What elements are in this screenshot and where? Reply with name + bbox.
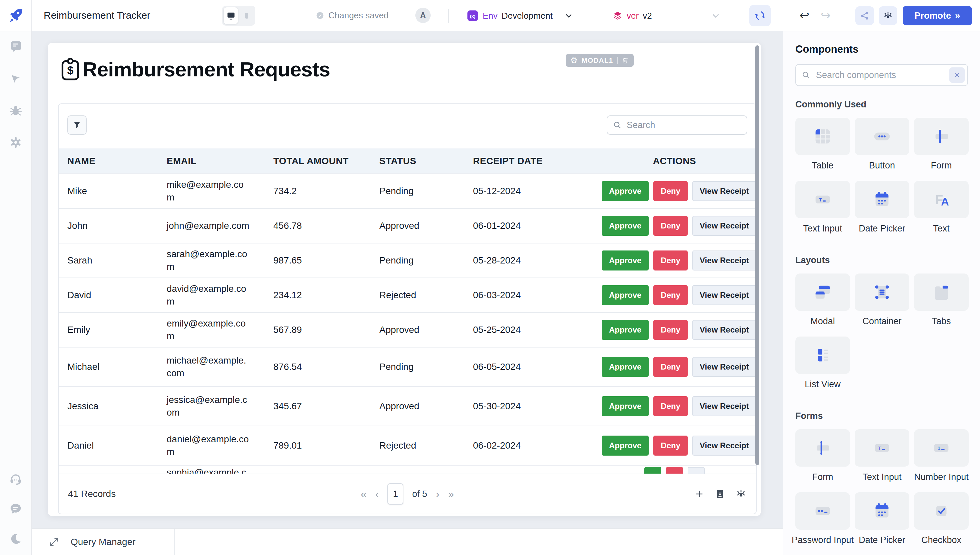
table-search-input[interactable] xyxy=(607,115,747,135)
clear-search-button[interactable]: × xyxy=(949,67,965,83)
first-page-button[interactable]: « xyxy=(361,488,367,500)
table-row[interactable]: Daniel daniel@example.com 789.01 Rejecte… xyxy=(59,425,756,465)
sidebar-item-chat[interactable] xyxy=(8,501,23,516)
component-item-button[interactable]: Button xyxy=(855,118,909,171)
deny-button[interactable]: Deny xyxy=(653,357,687,377)
promote-button[interactable]: Promote» xyxy=(903,6,972,25)
device-toggle[interactable] xyxy=(222,6,255,26)
approve-button[interactable]: Approve xyxy=(602,396,649,416)
deny-button[interactable]: Deny xyxy=(653,250,687,271)
component-item-container[interactable]: Container xyxy=(855,274,909,327)
column-header[interactable]: RECEIPT DATE xyxy=(464,156,593,167)
approve-button[interactable]: Approve xyxy=(602,320,649,340)
filter-button[interactable] xyxy=(67,115,87,135)
view-receipt-button[interactable]: View Receipt xyxy=(692,285,756,305)
component-label: List View xyxy=(805,379,841,390)
approve-button[interactable]: Approve xyxy=(602,357,649,377)
prev-page-button[interactable]: ‹ xyxy=(375,488,379,500)
deny-button[interactable]: Deny xyxy=(653,436,687,456)
column-header[interactable]: TOTAL AMOUNT xyxy=(265,156,371,167)
table-row[interactable]: John john@example.com 456.78 Approved 06… xyxy=(59,208,756,243)
table-row[interactable]: David david@example.com 234.12 Rejected … xyxy=(59,278,756,312)
component-item-checkbox[interactable]: Checkbox xyxy=(914,492,969,545)
undo-button[interactable]: ↩ xyxy=(799,9,809,21)
column-visibility-button[interactable] xyxy=(735,488,747,500)
deny-button[interactable]: Deny xyxy=(653,320,687,340)
approve-button[interactable] xyxy=(644,467,661,473)
last-page-button[interactable]: » xyxy=(448,488,454,500)
table-row[interactable]: Emily emily@example.com 567.89 Approved … xyxy=(59,312,756,347)
approve-button[interactable]: Approve xyxy=(602,250,649,271)
environment-selector[interactable]: (x) Env Development xyxy=(467,0,573,31)
avatar[interactable]: A xyxy=(415,8,431,23)
download-data-button[interactable] xyxy=(715,489,725,499)
svg-text:$: $ xyxy=(67,64,74,76)
component-item-text[interactable]: FA Text xyxy=(914,181,969,234)
add-row-button[interactable] xyxy=(694,489,705,499)
table-row[interactable]: Sarah sarah@example.com 987.65 Pending 0… xyxy=(59,243,756,278)
query-manager-toggle[interactable]: Query Manager xyxy=(32,537,136,547)
table-row[interactable]: Jessica jessica@example.com 345.67 Appro… xyxy=(59,386,756,425)
component-item-list-view[interactable]: List View xyxy=(795,337,850,390)
component-item-password-input[interactable]: Password Input xyxy=(795,492,850,545)
table-row[interactable]: Michael michael@example.com 876.54 Pendi… xyxy=(59,347,756,386)
column-header[interactable]: EMAIL xyxy=(158,156,265,167)
deny-button[interactable]: Deny xyxy=(653,181,687,201)
deny-button[interactable]: Deny xyxy=(653,396,687,416)
sidebar-item-debugger[interactable] xyxy=(8,103,23,118)
approve-button[interactable]: Approve xyxy=(602,181,649,201)
sidebar-item-pages[interactable] xyxy=(8,39,23,54)
component-item-modal[interactable]: Modal xyxy=(795,274,850,327)
sidebar-item-inspector[interactable] xyxy=(8,71,23,86)
view-receipt-button[interactable]: View Receipt xyxy=(692,216,756,236)
sync-button[interactable] xyxy=(749,5,771,26)
table-row-partial[interactable]: sophia@example.co xyxy=(59,465,756,473)
view-receipt-button[interactable]: View Receipt xyxy=(692,320,756,340)
app-logo[interactable] xyxy=(0,0,32,30)
scrollbar[interactable] xyxy=(755,45,759,465)
deny-button[interactable]: Deny xyxy=(653,285,687,305)
number-input-component-icon: 1 xyxy=(931,438,952,458)
share-button[interactable] xyxy=(855,6,874,25)
trash-icon[interactable] xyxy=(622,57,629,64)
component-item-tabs[interactable]: Tabs xyxy=(914,274,969,327)
approve-button[interactable]: Approve xyxy=(602,436,649,456)
component-item-number-input[interactable]: 1 Number Input xyxy=(914,429,969,482)
table-toolbar xyxy=(59,104,756,148)
editor-canvas: ⚙ MODAL1 $ Reimbursement Requests NAME xyxy=(32,31,783,555)
redo-button[interactable]: ↪ xyxy=(821,9,831,21)
preview-button[interactable] xyxy=(879,6,897,25)
next-page-button[interactable]: › xyxy=(436,488,440,500)
column-header[interactable]: STATUS xyxy=(371,156,464,167)
sidebar-item-dark-mode[interactable] xyxy=(8,531,23,546)
view-receipt-button[interactable] xyxy=(687,467,705,473)
component-item-date-picker[interactable]: Date Picker xyxy=(855,492,909,545)
view-receipt-button[interactable]: View Receipt xyxy=(692,181,756,201)
search-icon xyxy=(801,71,811,80)
view-receipt-button[interactable]: View Receipt xyxy=(692,436,756,456)
deny-button[interactable]: Deny xyxy=(653,216,687,236)
view-receipt-button[interactable]: View Receipt xyxy=(692,396,756,416)
mobile-toggle-button[interactable] xyxy=(239,7,254,24)
approve-button[interactable]: Approve xyxy=(602,216,649,236)
approve-button[interactable]: Approve xyxy=(602,285,649,305)
gear-icon[interactable]: ⚙ xyxy=(570,56,578,64)
table-row[interactable]: Mike mike@example.com 734.2 Pending 05-1… xyxy=(59,173,756,208)
component-item-table[interactable]: Table xyxy=(795,118,850,171)
view-receipt-button[interactable]: View Receipt xyxy=(692,250,756,271)
component-search-input[interactable] xyxy=(795,64,968,86)
column-header[interactable]: NAME xyxy=(59,156,158,167)
widget-handle[interactable]: ⚙ MODAL1 xyxy=(566,54,634,67)
sidebar-item-support[interactable] xyxy=(8,471,23,486)
component-item-form[interactable]: Form xyxy=(914,118,969,171)
component-item-date-picker[interactable]: Date Picker xyxy=(855,181,909,234)
component-item-form[interactable]: Form xyxy=(795,429,850,482)
sidebar-item-settings[interactable] xyxy=(8,135,23,150)
current-page[interactable]: 1 xyxy=(387,483,403,505)
version-selector[interactable]: ver v2 xyxy=(613,0,720,31)
desktop-toggle-button[interactable] xyxy=(224,7,238,24)
deny-button[interactable] xyxy=(666,467,683,473)
view-receipt-button[interactable]: View Receipt xyxy=(692,357,756,377)
component-item-text-input[interactable]: T Text Input xyxy=(855,429,909,482)
component-item-text-input[interactable]: T Text Input xyxy=(795,181,850,234)
